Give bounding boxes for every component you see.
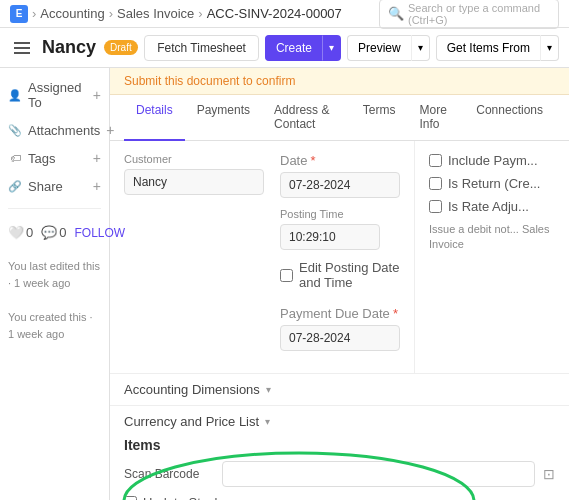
posting-time-group-spacer [124,208,264,250]
currency-price-list-section[interactable]: Currency and Price List ▾ [110,405,569,437]
create-button[interactable]: Create [265,35,322,61]
form-left: Customer Date * Posting [110,141,414,373]
sidebar-share-label: Share [28,179,63,194]
date-input[interactable] [280,172,400,198]
accounting-dimensions-title: Accounting Dimensions [124,382,260,397]
search-box[interactable]: 🔍 Search or type a command (Ctrl+G) [379,0,559,29]
accounting-dimensions-chevron-icon: ▾ [266,384,271,395]
sidebar-item-attachments[interactable]: 📎 Attachments + [8,120,101,140]
created-note: You created this · 1 week ago [8,309,101,342]
customer-input[interactable] [124,169,264,195]
payment-due-label: Payment Due Date * [280,306,400,321]
scan-icon[interactable]: ⊡ [543,466,555,482]
is-rate-adj-checkbox[interactable] [429,200,442,213]
include-payment-row: Include Paym... [429,153,569,168]
payment-due-input[interactable] [280,325,400,351]
heart-icon: 🤍 [8,225,24,240]
get-items-button[interactable]: Get Items From [436,35,540,61]
comments-count: 0 [59,225,66,240]
page-title: Nancy [42,37,96,58]
title-left: Nancy Draft [10,37,138,58]
get-items-button-group: Get Items From ▾ [436,35,559,61]
include-payment-checkbox[interactable] [429,154,442,167]
attachment-icon: 📎 [8,123,22,137]
form-row-customer: Customer Date * [124,153,400,198]
accounting-dimensions-section[interactable]: Accounting Dimensions ▾ [110,373,569,405]
sidebar-divider [8,208,101,209]
title-actions: Fetch Timesheet Create ▾ Preview ▾ Get I… [144,35,559,61]
currency-price-list-chevron-icon: ▾ [265,416,270,427]
preview-button[interactable]: Preview [347,35,411,61]
date-label: Date * [280,153,400,168]
currency-price-list-title: Currency and Price List [124,414,259,429]
share-add-icon[interactable]: + [93,178,101,194]
date-required: * [311,153,316,168]
payment-spacer [124,306,264,351]
tab-terms[interactable]: Terms [351,95,408,141]
posting-time-input[interactable] [280,224,380,250]
preview-dropdown-arrow[interactable]: ▾ [411,35,430,61]
items-section: Items Scan Barcode ⊡ Update Stock [110,437,569,500]
app-icon[interactable]: E [10,5,28,23]
main-content: Submit this document to confirm Details … [110,68,569,500]
payment-due-group: Payment Due Date * [280,306,400,351]
breadcrumb-sales-invoice[interactable]: Sales Invoice [117,6,194,21]
tab-more-info[interactable]: More Info [407,95,464,141]
form-right: Include Paym... Is Return (Cre... Is Rat… [414,141,569,373]
update-stock-checkbox[interactable] [124,496,137,500]
posting-time-label: Posting Time [280,208,380,220]
items-title: Items [124,437,555,453]
is-rate-adj-row: Is Rate Adju... [429,199,569,214]
fetch-timesheet-button[interactable]: Fetch Timesheet [144,35,259,61]
payment-due-required: * [393,306,398,321]
scan-barcode-input[interactable] [222,461,535,487]
search-icon: 🔍 [388,6,404,21]
form-row-edit-posting: Edit Posting Date and Time [280,260,400,296]
edit-posting-date-checkbox[interactable] [280,269,293,282]
posting-time-group: Posting Time [280,208,380,250]
sidebar-tags-label: Tags [28,151,55,166]
create-dropdown-arrow[interactable]: ▾ [322,35,341,61]
assigned-to-add-icon[interactable]: + [93,87,101,103]
breadcrumb-accounting[interactable]: Accounting [40,6,104,21]
likes-item[interactable]: 🤍 0 [8,225,33,240]
tags-add-icon[interactable]: + [93,150,101,166]
get-items-dropdown-arrow[interactable]: ▾ [540,35,559,61]
update-stock-label: Update Stock [143,495,221,500]
tab-address-contact[interactable]: Address & Contact [262,95,351,141]
follow-section: 🤍 0 💬 0 FOLLOW [8,225,101,240]
search-placeholder: Search or type a command (Ctrl+G) [408,2,550,26]
form-area: Customer Date * Posting [110,141,414,373]
tab-payments[interactable]: Payments [185,95,262,141]
sidebar-assigned-to-label: Assigned To [28,80,87,110]
confirm-bar[interactable]: Submit this document to confirm [110,68,569,95]
form-main-row: Customer Date * Posting [110,141,569,373]
hamburger-line-2 [14,47,30,49]
customer-group: Customer [124,153,264,198]
hamburger-line-3 [14,52,30,54]
sidebar-item-assigned-to[interactable]: 👤 Assigned To + [8,78,101,112]
scan-barcode-row: Scan Barcode ⊡ [124,461,555,487]
tab-bar: Details Payments Address & Contact Terms… [110,95,569,141]
sidebar-item-tags[interactable]: 🏷 Tags + [8,148,101,168]
breadcrumb-bar: E › Accounting › Sales Invoice › ACC-SIN… [0,0,569,28]
update-stock-row: Update Stock [124,495,555,500]
preview-button-group: Preview ▾ [347,35,430,61]
sidebar-attachments-label: Attachments [28,123,100,138]
tab-details[interactable]: Details [124,95,185,141]
include-payment-label: Include Paym... [448,153,538,168]
form-row-posting-time: Posting Time [124,208,400,250]
customer-label: Customer [124,153,264,165]
share-icon: 🔗 [8,179,22,193]
is-return-checkbox[interactable] [429,177,442,190]
tab-connections[interactable]: Connections [464,95,555,141]
sidebar-item-share[interactable]: 🔗 Share + [8,176,101,196]
is-return-label: Is Return (Cre... [448,176,540,191]
comments-item[interactable]: 💬 0 [41,225,66,240]
tag-icon: 🏷 [8,151,22,165]
content-area: 👤 Assigned To + 📎 Attachments + 🏷 Tags +… [0,68,569,500]
hamburger-line-1 [14,42,30,44]
comment-icon: 💬 [41,225,57,240]
edit-posting-date-label: Edit Posting Date and Time [299,260,400,290]
hamburger-menu[interactable] [10,38,34,58]
